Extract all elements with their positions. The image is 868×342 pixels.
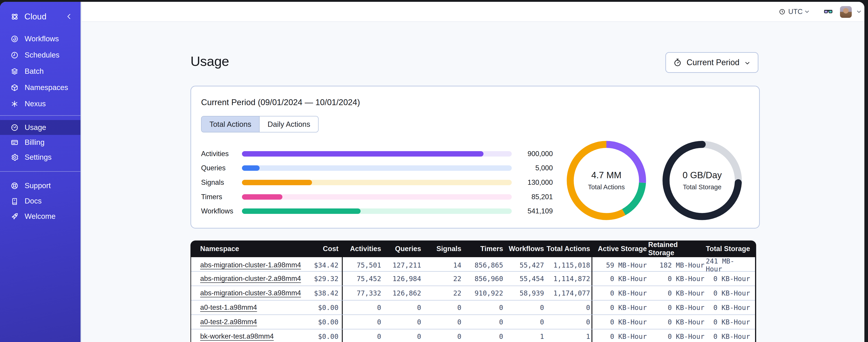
table-cell: 1,115,018 — [546, 257, 591, 273]
table-cell: 0 KB-Hour — [648, 272, 706, 285]
sidebar-item-namespaces[interactable]: Namespaces — [0, 79, 81, 96]
bar-value: 541,109 — [512, 207, 553, 215]
table-cell: 0 — [382, 315, 423, 329]
table-cell: 856,960 — [463, 272, 504, 285]
bar-category-label: Queries — [201, 164, 242, 172]
timezone-label[interactable]: UTC — [788, 2, 803, 22]
table-cell: 0 — [423, 301, 463, 314]
namespace-link[interactable]: a0-test-1.a98mm4 — [200, 303, 257, 312]
actions-tab-group: Total ActionsDaily Actions — [201, 116, 318, 132]
usage-card-title: Current Period (09/01/2024 — 10/01/2024) — [201, 98, 360, 107]
sidebar-item-label: Workflows — [25, 35, 59, 43]
namespaces-icon — [10, 83, 19, 92]
table-cell: 1,174,077 — [546, 286, 591, 300]
table-cell: $0.00 — [308, 315, 342, 329]
sidebar-item-nexus[interactable]: Nexus — [0, 96, 81, 112]
table-cell: 55,454 — [504, 272, 546, 285]
table-header-cell: Queries — [382, 240, 423, 257]
sidebar-nav-footer: SupportDocsWelcome — [0, 178, 81, 224]
table-cell: 0 KB-Hour — [706, 301, 755, 314]
bar-category-label: Activities — [201, 150, 242, 158]
sidebar-brand[interactable]: Cloud — [10, 11, 46, 23]
period-selector-button[interactable]: Current Period — [665, 52, 758, 73]
nexus-icon — [10, 100, 19, 108]
bar-value: 900,000 — [512, 150, 553, 158]
table-header-cell: Total Storage — [706, 240, 755, 257]
table-cell: abs-migration-cluster-3.a98mm4 — [191, 286, 308, 300]
table-cell: 22 — [423, 272, 463, 285]
sidebar-item-label: Batch — [25, 67, 43, 76]
sidebar-item-batch[interactable]: Batch — [0, 63, 81, 79]
bar-fill — [242, 180, 312, 185]
table-cell: $29.32 — [308, 272, 342, 285]
table-body: abs-migration-cluster-1.a98mm4$34.4275,5… — [190, 257, 756, 342]
sidebar-item-billing[interactable]: Billing — [0, 135, 81, 150]
stopwatch-icon — [673, 58, 682, 67]
donut-center: 0 GB/DayTotal Storage — [662, 141, 742, 220]
timezone-chevron-down-icon[interactable] — [804, 2, 810, 22]
bar-category-label: Timers — [201, 193, 242, 201]
table-row: bk-worker-test.a98mm4$0.000000110 KB-Hou… — [191, 329, 755, 342]
namespace-link[interactable]: abs-migration-cluster-1.a98mm4 — [200, 261, 301, 269]
sidebar-item-welcome[interactable]: Welcome — [0, 209, 81, 224]
table-header-cell: Total Actions — [546, 240, 591, 257]
table-cell: 58,939 — [504, 286, 546, 300]
glasses-icon[interactable] — [824, 2, 833, 22]
collapse-sidebar-icon[interactable] — [65, 12, 73, 21]
sidebar-item-usage[interactable]: Usage — [0, 120, 81, 135]
bar-fill — [242, 151, 484, 157]
table-cell: 0 — [423, 329, 463, 342]
table-cell: 77,332 — [342, 286, 382, 300]
sidebar-item-support[interactable]: Support — [0, 178, 81, 193]
table-cell: 0 — [463, 329, 504, 342]
total-storage-donut: 0 GB/DayTotal Storage — [662, 141, 742, 220]
sidebar-item-schedules[interactable]: Schedules — [0, 47, 81, 63]
total-actions-donut: 4.7 MMTotal Actions — [567, 141, 646, 220]
sidebar-item-workflows[interactable]: Workflows — [0, 31, 81, 47]
sidebar-item-settings[interactable]: Settings — [0, 150, 81, 165]
schedules-icon — [10, 51, 19, 59]
table-cell: 126,862 — [382, 286, 423, 300]
table-cell: 0 KB-Hour — [648, 301, 706, 314]
bar-fill — [242, 165, 259, 171]
usage-bar-chart: Activities900,000Queries5,000Signals130,… — [201, 147, 554, 218]
table-cell: 0 — [382, 329, 423, 342]
sidebar-item-label: Welcome — [25, 212, 56, 220]
table-cell: 0 — [463, 315, 504, 329]
table-cell: $34.42 — [308, 257, 342, 273]
settings-icon — [10, 153, 19, 162]
tab-daily-actions[interactable]: Daily Actions — [259, 116, 318, 132]
sidebar-divider — [0, 115, 81, 116]
bar-track — [242, 208, 512, 214]
sidebar-item-label: Schedules — [25, 51, 59, 59]
namespace-link[interactable]: abs-migration-cluster-2.a98mm4 — [200, 275, 301, 283]
sidebar-nav-main: WorkflowsSchedulesBatchNamespacesNexus — [0, 31, 81, 112]
bar-row-workflows: Workflows541,109 — [201, 204, 554, 218]
account-chevron-down-icon[interactable] — [856, 2, 862, 22]
namespace-link[interactable]: bk-worker-test.a98mm4 — [200, 332, 274, 340]
table-row: a0-test-1.a98mm4$0.000000000 KB-Hour0 KB… — [191, 301, 755, 315]
table-cell: $38.42 — [308, 286, 342, 300]
sidebar-item-label: Support — [25, 181, 51, 190]
namespace-link[interactable]: abs-migration-cluster-3.a98mm4 — [200, 289, 301, 297]
support-icon — [10, 181, 19, 190]
tab-total-actions[interactable]: Total Actions — [202, 116, 259, 132]
namespace-link[interactable]: a0-test-2.a98mm4 — [200, 318, 257, 326]
sidebar-item-docs[interactable]: Docs — [0, 193, 81, 209]
table-cell: 0 KB-Hour — [591, 315, 648, 329]
docs-icon — [10, 197, 19, 205]
table-header-cell: Retained Storage — [648, 240, 706, 257]
bar-row-activities: Activities900,000 — [201, 147, 554, 161]
table-cell: 1 — [504, 329, 546, 342]
table-cell: 0 KB-Hour — [591, 301, 648, 314]
table-cell: abs-migration-cluster-1.a98mm4 — [191, 257, 308, 273]
table-cell: 1,114,872 — [546, 272, 591, 285]
table-cell: 75,501 — [342, 257, 382, 273]
bar-category-label: Signals — [201, 178, 242, 186]
table-cell: 1 — [546, 329, 591, 342]
table-cell: 0 — [504, 315, 546, 329]
app-window: Cloud WorkflowsSchedulesBatchNamespacesN… — [0, 2, 864, 342]
table-cell: 0 — [504, 301, 546, 314]
topbar: UTC — [82, 2, 864, 22]
user-avatar[interactable] — [840, 6, 852, 18]
